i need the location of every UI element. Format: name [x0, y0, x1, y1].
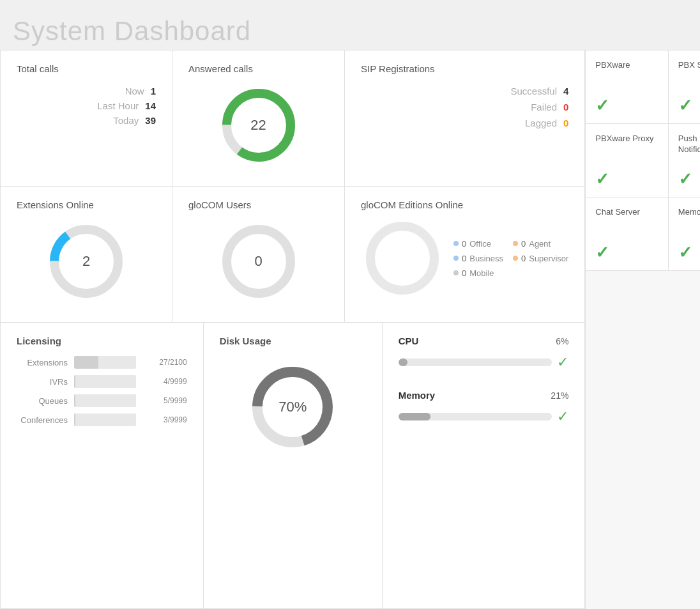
memory-pct: 21%: [551, 390, 568, 401]
service-grid: PBXware✓PBX Service✓PBXware Proxy✓Push N…: [586, 50, 700, 271]
service-check-icon: ✓: [678, 169, 700, 189]
page-title: System Dashboard: [13, 16, 251, 47]
service-check-icon: ✓: [678, 96, 700, 116]
sip-card: SIP Registrations Successful 4 Failed 0 …: [345, 50, 585, 187]
memory-check-icon: ✓: [557, 408, 568, 425]
service-cell: Memcached✓: [669, 197, 700, 271]
disk-usage-title: Disk Usage: [220, 335, 366, 346]
service-name: PBXware: [595, 60, 658, 71]
service-name: Chat Server: [595, 207, 658, 218]
extensions-card: Extensions Online 2: [0, 187, 172, 323]
answered-calls-title: Answered calls: [188, 63, 328, 74]
answered-calls-donut: 22: [217, 84, 300, 167]
legend-agent: 0 Agent: [513, 239, 568, 249]
memory-title: Memory: [399, 390, 436, 401]
total-calls-title: Total calls: [17, 63, 156, 74]
service-name: PBXware Proxy: [595, 134, 658, 144]
license-row: IVRs4/9999: [17, 375, 187, 388]
license-value: 4/9999: [142, 377, 187, 386]
legend-office: 0 Office: [453, 239, 503, 249]
last-hour-value: 14: [145, 100, 156, 111]
license-name: Queues: [17, 396, 68, 406]
license-name: Extensions: [17, 358, 68, 367]
service-check-icon: ✓: [595, 243, 658, 263]
service-name: Push Notifications: [678, 134, 700, 155]
cpu-bar: [399, 358, 407, 366]
glocom-users-value: 0: [254, 253, 262, 270]
legend-mobile: 0 Mobile: [453, 268, 503, 278]
service-cell: Push Notifications✓: [669, 124, 700, 197]
service-cell: PBXware Proxy✓: [586, 124, 669, 197]
answered-calls-value: 22: [250, 117, 266, 134]
license-row: Conferences3/9999: [17, 413, 187, 426]
glocom-editions-donut: [361, 217, 444, 300]
legend-business: 0 Business: [453, 254, 503, 263]
licensing-title: Licensing: [17, 335, 187, 346]
license-row: Extensions27/2100: [17, 356, 187, 369]
extensions-value: 2: [82, 253, 90, 270]
glocom-editions-card: gloCOM Editions Online 0: [345, 187, 585, 323]
glocom-users-card: gloCOM Users 0: [172, 187, 345, 323]
license-value: 3/9999: [142, 415, 187, 424]
memory-section: Memory 21% ✓: [399, 390, 569, 425]
service-cell: Chat Server✓: [586, 197, 669, 271]
now-value: 1: [151, 86, 156, 96]
cpu-section: CPU 6% ✓: [399, 335, 569, 371]
license-value: 5/9999: [142, 396, 187, 405]
license-bars: Extensions27/2100IVRs4/9999Queues5/9999C…: [17, 356, 187, 426]
memory-bar: [399, 413, 431, 420]
glocom-editions-title: gloCOM Editions Online: [361, 199, 568, 210]
cpu-check-icon: ✓: [557, 354, 568, 371]
sip-successful-label: Successful: [510, 86, 557, 96]
service-cell: PBX Service✓: [669, 50, 700, 124]
sip-failed-value: 0: [563, 102, 568, 112]
service-check-icon: ✓: [595, 96, 658, 116]
sip-title: SIP Registrations: [361, 63, 568, 74]
license-name: Conferences: [17, 415, 68, 425]
now-label: Now: [125, 86, 144, 96]
service-check-icon: ✓: [678, 243, 700, 263]
service-name: PBX Service: [678, 60, 700, 71]
last-hour-label: Last Hour: [97, 100, 139, 111]
today-value: 39: [145, 115, 156, 126]
licensing-card: Licensing Extensions27/2100IVRs4/9999Que…: [0, 323, 204, 609]
today-label: Today: [113, 115, 139, 126]
license-value: 27/2100: [142, 358, 187, 367]
svg-point-5: [370, 226, 434, 290]
extensions-donut: 2: [45, 220, 128, 303]
cpu-pct: 6%: [556, 336, 568, 346]
service-check-icon: ✓: [595, 169, 658, 189]
disk-usage-value: 70%: [278, 399, 307, 415]
answered-calls-card: Answered calls 22: [172, 50, 345, 187]
total-calls-card: Total calls Now 1 Last Hour 14 Today 39: [0, 50, 172, 187]
license-name: IVRs: [17, 377, 68, 387]
extensions-title: Extensions Online: [17, 199, 156, 210]
service-name: Memcached: [678, 207, 700, 218]
sip-failed-label: Failed: [531, 102, 557, 112]
legend-supervisor: 0 Supervisor: [513, 254, 568, 263]
disk-usage-donut: 70%: [245, 359, 340, 455]
disk-usage-card: Disk Usage 70%: [204, 323, 383, 609]
sip-successful-value: 4: [563, 86, 568, 96]
license-row: Queues5/9999: [17, 394, 187, 407]
service-cell: PBXware✓: [586, 50, 669, 124]
glocom-users-title: gloCOM Users: [188, 199, 328, 210]
cpu-title: CPU: [399, 335, 419, 346]
glocom-users-donut: 0: [217, 220, 300, 303]
sip-lagged-value: 0: [563, 118, 568, 128]
service-status-panel: PBXware✓PBX Service✓PBXware Proxy✓Push N…: [585, 50, 700, 609]
sip-lagged-label: Lagged: [525, 118, 557, 128]
cpu-memory-card: CPU 6% ✓ Memory: [383, 323, 586, 609]
